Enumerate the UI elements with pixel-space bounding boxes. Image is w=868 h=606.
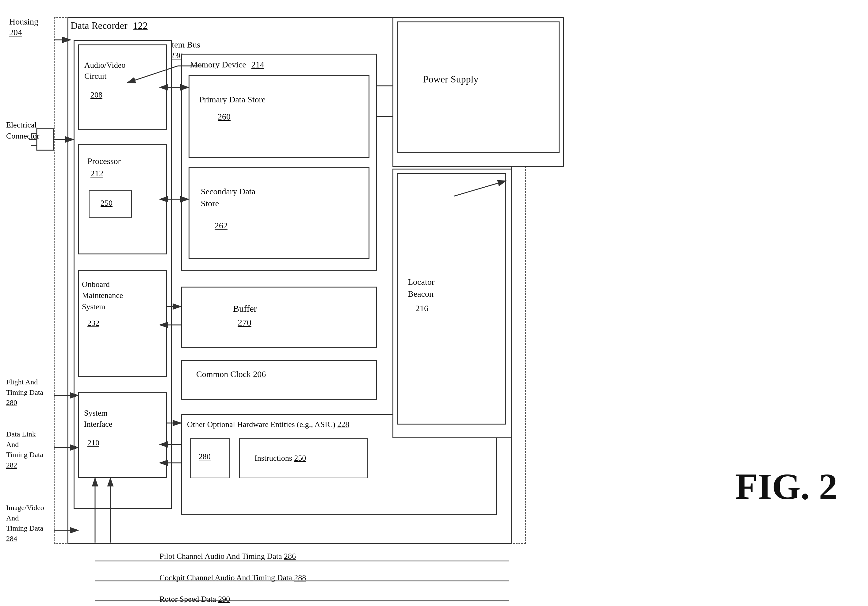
- memory-device-label: Memory Device 214: [190, 60, 264, 70]
- common-clock-label: Common Clock 206: [196, 369, 266, 379]
- buffer-number: 270: [238, 317, 251, 328]
- secondary-data-store-number: 262: [215, 221, 228, 231]
- system-interface-box: [78, 392, 167, 478]
- system-interface-number: 210: [87, 438, 99, 448]
- housing-number: 204: [9, 28, 22, 37]
- figure-label: FIG. 2: [735, 466, 837, 508]
- diagram: FIG. 2 Housing 204 Data Recorder 122 Sys…: [0, 0, 868, 606]
- audio-video-box: [78, 45, 167, 130]
- processor-inner-number: 250: [101, 198, 113, 208]
- flight-timing-label: Flight AndTiming Data280: [6, 377, 43, 408]
- image-video-label: Image/VideoAndTiming Data284: [6, 503, 44, 544]
- power-supply-inner-box: [397, 22, 560, 153]
- primary-data-store-number: 260: [218, 112, 231, 122]
- processor-label: Processor: [87, 157, 121, 166]
- system-interface-label: SystemInterface: [84, 408, 112, 430]
- housing-label: Housing: [9, 17, 38, 27]
- electrical-connector-label: ElectricalConnector: [6, 119, 39, 142]
- pilot-channel-label: Pilot Channel Audio And Timing Data 286: [160, 552, 296, 561]
- power-supply-label: Power Supply: [423, 74, 478, 85]
- locator-beacon-number: 216: [415, 304, 428, 313]
- data-link-label: Data LinkAndTiming Data282: [6, 429, 43, 470]
- buffer-box: [181, 287, 377, 348]
- cockpit-channel-label: Cockpit Channel Audio And Timing Data 28…: [160, 573, 306, 583]
- common-clock-box: [181, 360, 377, 400]
- locator-beacon-label: LocatorBeacon: [408, 276, 434, 300]
- buffer-label: Buffer: [233, 304, 257, 314]
- primary-data-store-box: [189, 75, 369, 158]
- data-recorder-label: Data Recorder 122: [71, 20, 148, 31]
- primary-data-store-label: Primary Data Store: [199, 93, 265, 105]
- hw-280-number: 280: [199, 452, 211, 461]
- audio-video-label: Audio/VideoCircuit: [84, 60, 126, 82]
- instructions-label: Instructions 250: [254, 454, 306, 463]
- other-hardware-label: Other Optional Hardware Entities (e.g., …: [187, 420, 349, 429]
- audio-video-number: 208: [90, 90, 102, 100]
- rotor-speed-label: Rotor Speed Data 290: [160, 595, 230, 604]
- onboard-label: OnboardMaintenanceSystem: [82, 279, 123, 312]
- secondary-data-store-box: [189, 167, 369, 259]
- processor-number: 212: [90, 169, 103, 178]
- onboard-number: 232: [87, 319, 99, 328]
- secondary-data-store-label: Secondary DataStore: [201, 186, 256, 209]
